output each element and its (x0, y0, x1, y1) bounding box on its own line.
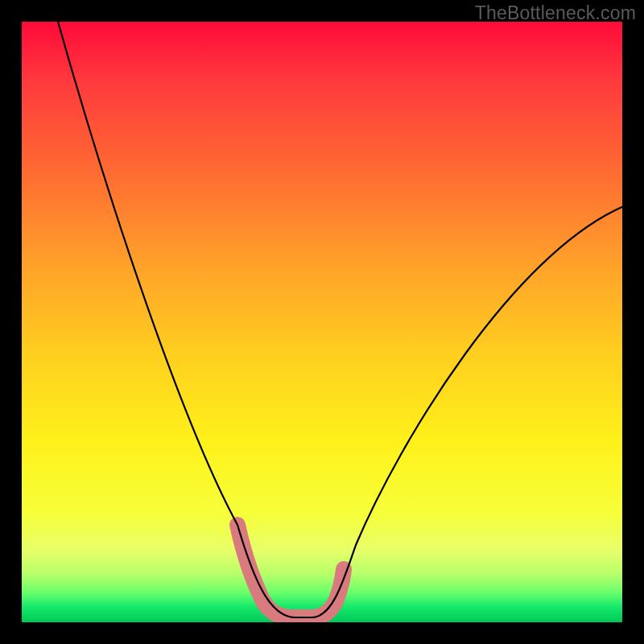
bottleneck-curve (58, 22, 622, 617)
plot-area (22, 22, 622, 622)
chart-frame: TheBottleneck.com (0, 0, 644, 644)
watermark-text: TheBottleneck.com (475, 2, 636, 24)
curve-layer (22, 22, 622, 622)
